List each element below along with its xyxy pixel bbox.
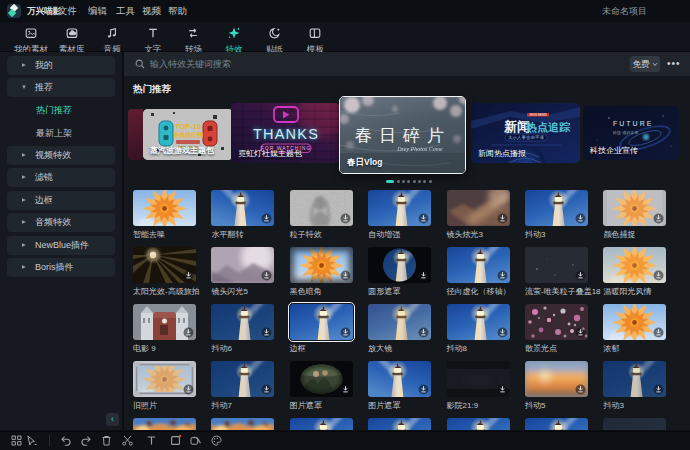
svg-text:THANKS: THANKS	[253, 126, 319, 142]
svg-text:游戏排行榜: 游戏排行榜	[172, 131, 204, 139]
svg-text:热点追踪: 热点追踪	[525, 121, 571, 134]
svg-text:Drey Photos Come: Drey Photos Come	[396, 146, 443, 152]
svg-text:春日碎片: 春日碎片	[355, 126, 451, 145]
svg-text:大小人事全由平播: 大小人事全由平播	[508, 135, 545, 140]
svg-text:科技·成就未来: 科技·成就未来	[612, 130, 638, 135]
svg-text:TOP-10: TOP-10	[175, 122, 201, 131]
svg-text:FUTURE: FUTURE	[613, 120, 653, 127]
svg-text:JRSS NEWS: JRSS NEWS	[529, 113, 547, 117]
